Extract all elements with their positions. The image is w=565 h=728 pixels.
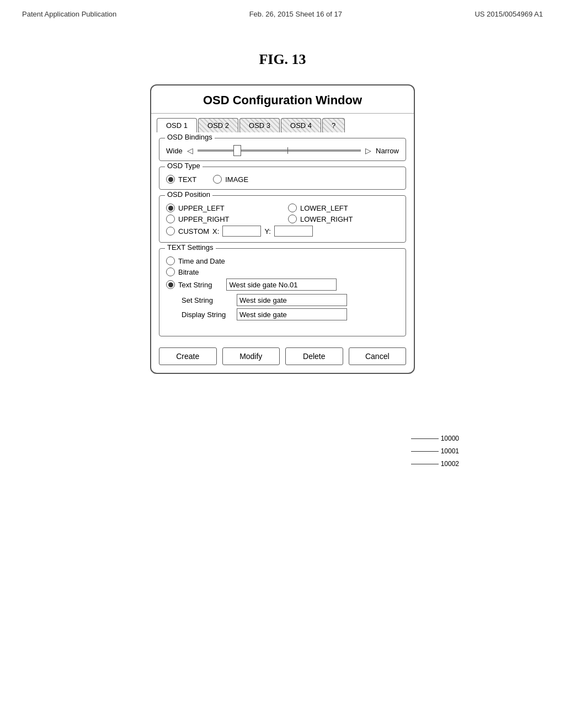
bindings-row: Wide ◁ ▷ Narrow	[166, 146, 399, 155]
tab-help[interactable]: ?	[322, 118, 345, 132]
radio-text[interactable]: TEXT	[166, 175, 196, 184]
modify-button[interactable]: Modify	[222, 347, 280, 365]
radio-image[interactable]: IMAGE	[213, 175, 248, 184]
slider-track[interactable]	[198, 149, 361, 152]
radio-upper-left-inner	[168, 206, 173, 211]
annotation-10002: 10002	[411, 460, 459, 468]
radio-upper-right-outer	[166, 215, 175, 223]
radio-custom-outer[interactable]	[166, 227, 175, 235]
osd-bindings-label: OSD Bindings	[165, 133, 215, 141]
create-button[interactable]: Create	[159, 347, 217, 365]
radio-bitrate-outer	[166, 267, 175, 276]
slider-left-arrow-icon[interactable]: ◁	[187, 146, 193, 155]
set-string-input[interactable]	[237, 294, 347, 306]
tab-osd1[interactable]: OSD 1	[157, 118, 197, 132]
text-string-option-label: Text String	[178, 281, 212, 289]
osd-type-section: OSD Type TEXT IMAGE	[159, 167, 406, 190]
radio-time-date-row[interactable]: Time and Date	[166, 256, 399, 265]
osd-type-radio-group: TEXT IMAGE	[166, 175, 399, 184]
radio-upper-left-outer	[166, 204, 175, 212]
figure-title: FIG. 13	[0, 51, 565, 68]
radio-lower-left[interactable]: LOWER_LEFT	[288, 204, 399, 212]
display-string-input[interactable]	[237, 308, 347, 320]
bitrate-label: Bitrate	[178, 268, 199, 276]
page-header: Patent Application Publication Feb. 26, …	[0, 0, 565, 18]
page: Patent Application Publication Feb. 26, …	[0, 0, 565, 728]
radio-text-string-inner	[168, 282, 173, 287]
y-input[interactable]	[274, 226, 313, 237]
radio-lower-right[interactable]: LOWER_RIGHT	[288, 215, 399, 223]
tabs-row: OSD 1 OSD 2 OSD 3 OSD 4 ?	[151, 114, 414, 132]
set-string-label: Set String	[182, 296, 231, 304]
display-string-row: Display String	[166, 308, 399, 320]
radio-image-outer	[213, 175, 222, 184]
header-right: US 2015/0054969 A1	[475, 10, 543, 18]
text-settings-content: Time and Date Bitrate Text String	[166, 256, 399, 320]
radio-time-date-outer	[166, 256, 175, 265]
annotation-10001: 10001	[411, 447, 459, 455]
custom-label: CUSTOM	[178, 227, 209, 235]
radio-lower-left-outer	[288, 204, 297, 212]
position-grid: UPPER_LEFT LOWER_LEFT UPPER_RIGHT L	[166, 204, 399, 223]
y-label: Y:	[264, 227, 271, 235]
text-settings-label: TEXT Settings	[165, 243, 216, 251]
annotation-10000: 10000	[411, 435, 459, 442]
window-title: OSD Configuration Window	[151, 85, 414, 114]
radio-bitrate-row[interactable]: Bitrate	[166, 267, 399, 276]
delete-button[interactable]: Delete	[285, 347, 343, 365]
osd-type-label: OSD Type	[165, 162, 202, 170]
osd-position-section: OSD Position UPPER_LEFT LOWER_LEFT	[159, 195, 406, 243]
time-date-label: Time and Date	[178, 257, 225, 265]
buttons-row: Create Modify Delete Cancel	[151, 341, 414, 373]
display-string-label: Display String	[182, 311, 231, 319]
slider-thumb[interactable]	[233, 145, 241, 156]
header-left: Patent Application Publication	[22, 10, 116, 18]
tab-osd2[interactable]: OSD 2	[198, 118, 238, 132]
text-settings-section: TEXT Settings Time and Date Bitrate	[159, 248, 406, 336]
osd-bindings-section: OSD Bindings Wide ◁ ▷ Narrow	[159, 138, 406, 161]
radio-text-string-row[interactable]: Text String	[166, 279, 399, 291]
radio-upper-left[interactable]: UPPER_LEFT	[166, 204, 277, 212]
set-string-row: Set String	[166, 294, 399, 306]
radio-text-string-outer	[166, 280, 175, 289]
text-string-input[interactable]	[226, 279, 337, 291]
osd-config-window: OSD Configuration Window OSD 1 OSD 2 OSD…	[150, 84, 415, 374]
radio-upper-right[interactable]: UPPER_RIGHT	[166, 215, 277, 223]
tab-osd4[interactable]: OSD 4	[281, 118, 321, 132]
slider-right-arrow-icon[interactable]: ▷	[365, 146, 371, 155]
window-container: OSD Configuration Window OSD 1 OSD 2 OSD…	[0, 84, 565, 374]
header-center: Feb. 26, 2015 Sheet 16 of 17	[249, 10, 342, 18]
custom-row: CUSTOM X: Y:	[166, 226, 399, 237]
x-label: X:	[212, 227, 219, 235]
narrow-label: Narrow	[376, 147, 399, 155]
cancel-button[interactable]: Cancel	[349, 347, 407, 365]
radio-lower-right-outer	[288, 215, 297, 223]
osd-position-label: OSD Position	[165, 190, 212, 199]
x-input[interactable]	[222, 226, 261, 237]
window-wrapper: OSD Configuration Window OSD 1 OSD 2 OSD…	[150, 84, 415, 374]
tab-osd3[interactable]: OSD 3	[239, 118, 280, 132]
wide-label: Wide	[166, 147, 183, 155]
radio-text-inner	[168, 177, 173, 182]
radio-text-outer	[166, 175, 175, 184]
